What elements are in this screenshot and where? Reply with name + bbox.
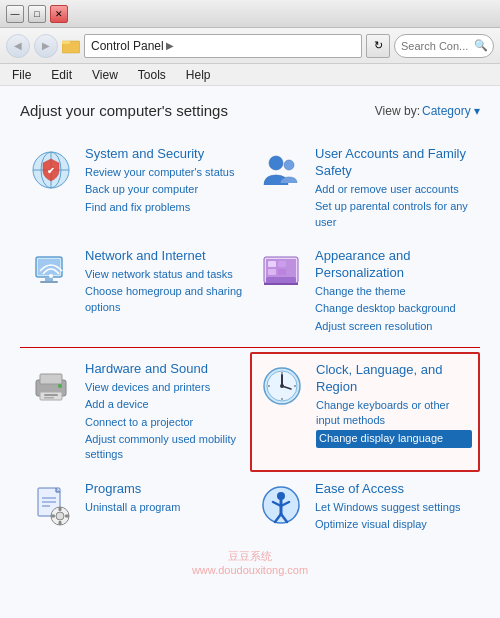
svg-rect-44: [59, 521, 62, 525]
hardware-link-2[interactable]: Add a device: [85, 397, 243, 412]
system-link-1[interactable]: Review your computer's status: [85, 165, 234, 180]
forward-button[interactable]: ▶: [34, 34, 58, 58]
programs-link-1[interactable]: Uninstall a program: [85, 500, 180, 515]
svg-rect-18: [268, 269, 276, 275]
view-by-value[interactable]: Category ▾: [422, 104, 480, 118]
page-title: Adjust your computer's settings: [20, 102, 228, 119]
svg-point-7: [269, 156, 283, 170]
menu-help[interactable]: Help: [182, 66, 215, 84]
view-by-control: View by: Category ▾: [375, 104, 480, 118]
user-accounts-title[interactable]: User Accounts and Family Safety: [315, 146, 473, 180]
system-icon: ✔: [27, 146, 75, 194]
back-button[interactable]: ◀: [6, 34, 30, 58]
watermark-line1: 豆豆系统: [20, 549, 480, 564]
ease-link-1[interactable]: Let Windows suggest settings: [315, 500, 461, 515]
address-path-box[interactable]: Control Panel ▶: [84, 34, 362, 58]
category-appearance: Appearance and Personalization Change th…: [250, 239, 480, 343]
svg-rect-20: [266, 277, 296, 283]
svg-rect-1: [62, 41, 70, 44]
hardware-link-3[interactable]: Connect to a projector: [85, 415, 243, 430]
maximize-button[interactable]: □: [28, 5, 46, 23]
svg-rect-25: [44, 394, 58, 396]
user-accounts-link-2[interactable]: Set up parental controls for any user: [315, 199, 473, 230]
folder-icon: [62, 38, 80, 54]
category-system: ✔ System and Security Review your comput…: [20, 137, 250, 239]
network-title[interactable]: Network and Internet: [85, 248, 243, 265]
svg-rect-21: [264, 283, 298, 285]
title-bar-left: — □ ✕: [6, 5, 68, 23]
svg-point-8: [284, 160, 294, 170]
svg-rect-17: [278, 261, 286, 267]
category-user-accounts: User Accounts and Family Safety Add or r…: [250, 137, 480, 239]
user-accounts-link-1[interactable]: Add or remove user accounts: [315, 182, 473, 197]
network-link-1[interactable]: View network status and tasks: [85, 267, 243, 282]
content-header: Adjust your computer's settings View by:…: [20, 102, 480, 119]
ease-link-2[interactable]: Optimize visual display: [315, 517, 461, 532]
svg-rect-46: [65, 514, 69, 517]
category-programs: Programs Uninstall a program: [20, 472, 250, 542]
menu-tools[interactable]: Tools: [134, 66, 170, 84]
title-bar: — □ ✕: [0, 0, 500, 28]
path-label: Control Panel: [91, 39, 164, 53]
ease-icon: [257, 481, 305, 529]
category-grid: ✔ System and Security Review your comput…: [20, 137, 480, 541]
category-ease: Ease of Access Let Windows suggest setti…: [250, 472, 480, 542]
main-content: Adjust your computer's settings View by:…: [0, 86, 500, 618]
close-button[interactable]: ✕: [50, 5, 68, 23]
menu-view[interactable]: View: [88, 66, 122, 84]
appearance-link-2[interactable]: Change desktop background: [315, 301, 473, 316]
user-accounts-icon: [257, 146, 305, 194]
appearance-icon: [257, 248, 305, 296]
appearance-content: Appearance and Personalization Change th…: [315, 248, 473, 334]
clock-title[interactable]: Clock, Language, and Region: [316, 362, 472, 396]
menu-file[interactable]: File: [8, 66, 35, 84]
svg-rect-45: [51, 514, 55, 517]
menu-edit[interactable]: Edit: [47, 66, 76, 84]
system-title[interactable]: System and Security: [85, 146, 234, 163]
network-icon: [27, 248, 75, 296]
section-divider: [20, 347, 480, 348]
network-content: Network and Internet View network status…: [85, 248, 243, 315]
search-box: 🔍: [394, 34, 494, 58]
system-content: System and Security Review your computer…: [85, 146, 234, 215]
clock-link-2[interactable]: Change display language: [316, 430, 472, 447]
search-icon[interactable]: 🔍: [474, 39, 488, 52]
svg-rect-19: [278, 269, 286, 275]
hardware-link-4[interactable]: Adjust commonly used mobility settings: [85, 432, 243, 463]
watermark: 豆豆系统 www.doudouxitong.com: [20, 549, 480, 576]
appearance-title[interactable]: Appearance and Personalization: [315, 248, 473, 282]
svg-point-13: [49, 274, 53, 278]
svg-point-27: [58, 384, 62, 388]
minimize-button[interactable]: —: [6, 5, 24, 23]
svg-text:✔: ✔: [47, 166, 55, 176]
user-accounts-content: User Accounts and Family Safety Add or r…: [315, 146, 473, 230]
hardware-icon: [27, 361, 75, 409]
clock-icon: [258, 362, 306, 410]
ease-title[interactable]: Ease of Access: [315, 481, 461, 498]
search-input[interactable]: [401, 40, 471, 52]
appearance-link-1[interactable]: Change the theme: [315, 284, 473, 299]
refresh-button[interactable]: ↻: [366, 34, 390, 58]
address-bar: ◀ ▶ Control Panel ▶ ↻ 🔍: [0, 28, 500, 64]
network-link-2[interactable]: Choose homegroup and sharing options: [85, 284, 243, 315]
clock-link-1[interactable]: Change keyboards or other input methods: [316, 398, 472, 429]
svg-rect-23: [40, 374, 62, 384]
programs-title[interactable]: Programs: [85, 481, 180, 498]
system-link-3[interactable]: Find and fix problems: [85, 200, 234, 215]
path-arrow: ▶: [164, 40, 176, 51]
svg-point-42: [56, 512, 64, 520]
view-by-label: View by:: [375, 104, 420, 118]
ease-content: Ease of Access Let Windows suggest setti…: [315, 481, 461, 533]
hardware-title[interactable]: Hardware and Sound: [85, 361, 243, 378]
category-clock: Clock, Language, and Region Change keybo…: [250, 352, 480, 472]
svg-rect-26: [44, 397, 54, 399]
svg-rect-12: [40, 281, 58, 283]
watermark-line2: www.doudouxitong.com: [20, 564, 480, 576]
svg-rect-16: [268, 261, 276, 267]
category-hardware: Hardware and Sound View devices and prin…: [20, 352, 250, 472]
programs-icon: [27, 481, 75, 529]
hardware-link-1[interactable]: View devices and printers: [85, 380, 243, 395]
system-link-2[interactable]: Back up your computer: [85, 182, 234, 197]
svg-rect-43: [59, 507, 62, 511]
appearance-link-3[interactable]: Adjust screen resolution: [315, 319, 473, 334]
